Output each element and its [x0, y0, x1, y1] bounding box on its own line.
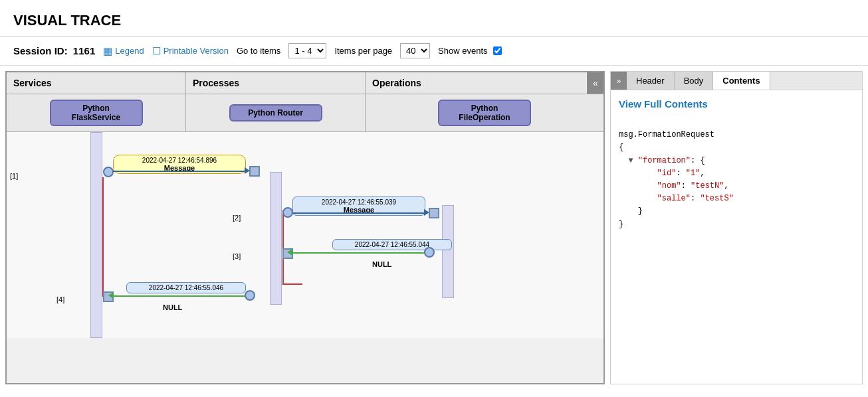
msg4-arrow-line — [113, 295, 246, 297]
python-fileoperation-col: PythonFileOperation — [366, 94, 603, 131]
router-activity-bar — [270, 172, 282, 305]
red-connector-right — [282, 210, 284, 283]
json-open: { — [619, 143, 623, 152]
session-id-label: Session ID: 1161 — [13, 45, 95, 56]
printable-icon: ☐ — [152, 45, 161, 57]
items-per-page-label: Items per page — [334, 46, 392, 56]
json-val-nom: "testN" — [691, 181, 724, 191]
json-close: } — [619, 220, 623, 229]
flask-service-col: PythonFlaskService — [7, 94, 186, 131]
services-col-header: Services — [7, 72, 186, 94]
msg2-end-node — [429, 208, 439, 218]
items-per-page-select[interactable]: 40 — [400, 43, 430, 58]
trace-panel: Services Processes Operations « PythonFl… — [5, 71, 605, 384]
msg3-box: 2022-04-27 12:46:55.044 — [332, 239, 452, 250]
msg1-end-node — [249, 166, 260, 177]
python-router-col: Python Router — [186, 94, 366, 131]
service-name-row: PythonFlaskService Python Router PythonF… — [7, 94, 603, 132]
collapse-left-button[interactable]: « — [587, 72, 604, 94]
msg4-start-node — [245, 290, 255, 301]
json-type: msg.FormationRequest — [619, 130, 714, 139]
goto-select[interactable]: 1 - 4 — [288, 43, 326, 58]
tab-contents[interactable]: Contents — [713, 72, 770, 90]
page-title: VISUAL TRACE — [0, 0, 868, 37]
goto-label: Go to items — [237, 46, 280, 56]
show-events-checkbox[interactable] — [493, 46, 502, 55]
python-router-box: Python Router — [229, 104, 322, 121]
json-val-id: "1" — [686, 169, 701, 178]
python-fileoperation-box: PythonFileOperation — [438, 100, 531, 126]
expand-right-button[interactable]: » — [611, 72, 627, 90]
view-full-contents-link[interactable]: View Full Contents — [619, 98, 854, 110]
json-key-id: "id" — [657, 169, 677, 178]
json-key-salle: "salle" — [657, 194, 691, 203]
show-events-label: Show events — [438, 46, 501, 56]
tab-body[interactable]: Body — [675, 72, 714, 90]
message-1-row: [1] 2022-04-27 12:46:54.896 Message — [47, 167, 590, 177]
tab-header[interactable]: Header — [627, 72, 675, 90]
json-content: msg.FormationRequest { ▼ "formation": { … — [619, 116, 854, 244]
msg3-arrow-line — [292, 252, 425, 254]
right-panel-tabs: » Header Body Contents — [611, 72, 862, 90]
msg1-arrow-line — [113, 171, 246, 172]
toolbar: Session ID: 1161 ▦ Legend ☐ Printable Ve… — [0, 37, 868, 66]
json-tree-icon: ▼ — [628, 156, 633, 165]
trace-column-headers: Services Processes Operations « — [7, 72, 603, 94]
red-connector-right-bottom — [282, 283, 302, 285]
msg3-arrowhead — [287, 249, 292, 256]
msg2-start-node — [282, 207, 293, 218]
json-key-formation: "formation" — [638, 156, 691, 165]
printable-link[interactable]: ☐ Printable Version — [152, 45, 229, 57]
legend-icon: ▦ — [103, 45, 112, 57]
red-connector-left — [102, 177, 104, 295]
message-3-row: [3] 2022-04-27 12:46:55.044 NULL — [47, 248, 590, 268]
trace-body: [1] 2022-04-27 12:46:54.896 Message — [7, 132, 603, 338]
main-content: Services Processes Operations « PythonFl… — [0, 66, 868, 390]
msg4-arrowhead — [108, 292, 114, 299]
processes-col-header: Processes — [186, 72, 366, 94]
msg2-num: [2] — [233, 214, 241, 222]
flask-service-box: PythonFlaskService — [50, 100, 143, 126]
json-key-nom: "nom" — [657, 181, 681, 191]
msg3-null-label: NULL — [372, 260, 391, 268]
operations-col-header: Operations — [366, 72, 586, 94]
message-4-row: [4] 2022-04-27 12:46:55.046 NULL — [47, 291, 590, 311]
msg1-num: [1] — [10, 172, 18, 180]
right-panel: » Header Body Contents View Full Content… — [610, 71, 863, 384]
msg3-start-node — [424, 247, 435, 258]
msg4-null-label: NULL — [163, 303, 182, 311]
msg2-arrow-line — [292, 212, 425, 214]
msg1-start-node — [103, 167, 114, 177]
json-val-salle: "testS" — [700, 194, 733, 203]
right-panel-body: View Full Contents msg.FormationRequest … — [611, 90, 862, 384]
legend-link[interactable]: ▦ Legend — [103, 45, 144, 57]
msg4-box: 2022-04-27 12:46:55.046 — [126, 282, 246, 293]
